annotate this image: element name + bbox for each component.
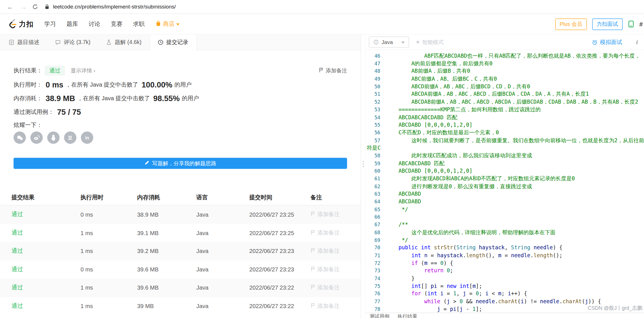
flag-icon (319, 67, 323, 74)
tab-label: 题目描述 (17, 38, 39, 46)
console-tab-执行结果[interactable]: 执行结果 (397, 313, 417, 318)
table-row: 通过1 ms39 MBJava2022/06/27 23:22添加备注 (0, 297, 361, 315)
reload-icon[interactable] (32, 4, 38, 10)
tab-题目描述[interactable]: 题目描述 (1, 35, 47, 50)
line-number: 70 (365, 244, 386, 252)
info-italic-icon[interactable]: i (636, 39, 639, 46)
runtime-percent: 100.00% (142, 81, 172, 90)
runtime-cell: 1 ms (81, 284, 137, 291)
add-note-button[interactable]: 添加备注 (310, 266, 340, 273)
url-text[interactable]: leetcode.cn/problems/implement-strstr/su… (53, 4, 176, 10)
submission-status-link[interactable]: 通过 (12, 247, 23, 254)
back-icon[interactable]: ← (6, 3, 15, 11)
plus-member-button[interactable]: Plus 会员 (555, 18, 587, 30)
memory-cell: 39.6 MB (137, 284, 196, 291)
tab-题解 (4.6k)[interactable]: 题解 (4.6k) (98, 35, 149, 50)
add-note-button[interactable]: 添加备注 (319, 67, 347, 74)
wechat-icon[interactable] (14, 131, 26, 144)
flask-icon (106, 39, 112, 45)
code-line: 58 此时发现C匹配成功，那么我们应该移动到这里变成 (365, 152, 644, 160)
code-lines: 46 ABF匹配ABCDABD也一样，只有AB匹配了，那么判断也就是AB，依次类… (365, 52, 644, 313)
add-note-label: 添加备注 (326, 67, 347, 74)
nav-item-竞赛[interactable]: 竞赛 (111, 20, 123, 28)
code-line: 67 /** (365, 221, 644, 229)
submission-status-link[interactable]: 通过 (12, 211, 23, 217)
code-line: 55 ABCDABD [0,0,0,0,1,2,0] (365, 121, 644, 129)
add-note-button[interactable]: 添加备注 (310, 247, 340, 255)
line-number: 61 (365, 175, 386, 183)
language-select[interactable]: Java (369, 37, 409, 48)
brag-label: 炫耀一下： (14, 122, 42, 129)
editor-toolbar: Java 智能模式 模拟面试 i (365, 35, 644, 50)
panel-resize-handle[interactable] (361, 35, 365, 318)
nav-item-学习[interactable]: 学习 (44, 20, 56, 28)
mobile-app-icon[interactable] (628, 20, 634, 28)
header-actions: Plus 会员 力扣面试 # (555, 18, 640, 30)
memory-value: 38.9 MB (46, 94, 75, 103)
leetcode-logo[interactable]: 力扣 (8, 18, 34, 30)
runtime-cell: 1 ms (81, 230, 137, 236)
line-number: 49 (365, 75, 386, 83)
memory-beat-suffix: 的用户 (182, 95, 199, 102)
submission-status-link[interactable]: 通过 (12, 284, 23, 290)
nav-item-shop[interactable]: 商店 (155, 20, 179, 28)
line-number: 77 (365, 298, 386, 306)
flag-icon (310, 230, 315, 236)
console-bar: 测试用例执行结果 (365, 313, 644, 318)
nav-item-题库[interactable]: 题库 (67, 20, 78, 28)
screenshot-root: ← → leetcode.cn/problems/implement-strst… (0, 0, 644, 318)
code-line: 70 public int strStr(String haystack, St… (365, 244, 644, 252)
mock-interview-link[interactable]: 模拟面试 (592, 38, 622, 46)
line-number: 71 (365, 252, 386, 260)
main-nav: 学习题库讨论竞赛求职 (34, 20, 145, 28)
code-editor[interactable]: 46 ABF匹配ABCDABD也一样，只有AB匹配了，那么判断也就是AB，依次类… (365, 50, 644, 313)
runtime-cell: 0 ms (81, 211, 137, 218)
submission-status-link[interactable]: 通过 (12, 229, 23, 236)
submission-status-link[interactable]: 通过 (12, 266, 23, 272)
runtime-beat-suffix: 的用户 (174, 81, 192, 89)
browser-toolbar: ← → leetcode.cn/problems/implement-strst… (0, 0, 644, 14)
forward-icon[interactable]: → (19, 3, 28, 11)
right-panel: Java 智能模式 模拟面试 i (365, 35, 644, 318)
testcases-label: 通过测试用例： (14, 108, 54, 116)
time-cell: 2022/06/27 23:22 (249, 303, 311, 309)
line-number: 65 (365, 206, 386, 214)
show-detail-link[interactable]: 显示详情 › (71, 67, 95, 74)
line-number: 57 (365, 137, 386, 144)
console-tab-测试用例[interactable]: 测试用例 (370, 313, 389, 318)
douban-icon[interactable]: 豆 (64, 131, 76, 144)
add-note-button[interactable]: 添加备注 (310, 211, 340, 218)
site-header: 力扣 学习题库讨论竞赛求职 商店 Plus 会员 力扣面试 # (0, 14, 644, 34)
linkedin-icon[interactable]: in (81, 131, 93, 144)
nav-item-讨论[interactable]: 讨论 (89, 20, 100, 28)
code-line: 66 (365, 214, 644, 221)
smart-mode-indicator[interactable]: 智能模式 (416, 38, 444, 46)
add-note-button[interactable]: 添加备注 (310, 302, 340, 310)
line-number: 73 (365, 267, 386, 275)
share-icons: 豆in (14, 131, 347, 144)
code-line: 77 while (j > 0 && needle.charAt(i) != n… (365, 298, 644, 306)
add-note-button[interactable]: 添加备注 (310, 284, 340, 291)
write-solution-button[interactable]: 写题解，分享我的解题思路 (14, 158, 347, 169)
chevron-down-icon (176, 23, 180, 25)
weibo-icon[interactable] (30, 131, 43, 144)
tab-评论 (3.7k)[interactable]: 评论 (3.7k) (47, 35, 98, 50)
nav-item-求职[interactable]: 求职 (133, 20, 145, 28)
memory-cell: 39.6 MB (137, 266, 196, 273)
leetcode-interview-button[interactable]: 力扣面试 (592, 18, 622, 30)
column-header-提交时间: 提交时间 (249, 194, 311, 201)
line-number: 74 (365, 275, 386, 283)
add-note-button[interactable]: 添加备注 (310, 229, 340, 237)
time-cell: 2022/06/27 23:25 (249, 211, 311, 218)
console-tabs: 测试用例执行结果 (370, 313, 417, 318)
column-header-执行用时: 执行用时 (81, 194, 137, 201)
code-line: 61 此时发现ABCD和ABCA的A和D不匹配了，对应数组元素记录的长度是0 (365, 175, 644, 183)
tab-label: 提交记录 (166, 39, 188, 46)
memory-beat-prefix: ，在所有 Java 提交中击败了 (77, 95, 150, 102)
line-number: 66 (365, 214, 386, 221)
runtime-value: 0 ms (46, 81, 64, 90)
tab-提交记录[interactable]: 提交记录 (149, 35, 196, 50)
submission-status-link[interactable]: 通过 (12, 302, 23, 309)
qq-icon[interactable] (47, 131, 59, 144)
lock-icon (45, 4, 49, 9)
